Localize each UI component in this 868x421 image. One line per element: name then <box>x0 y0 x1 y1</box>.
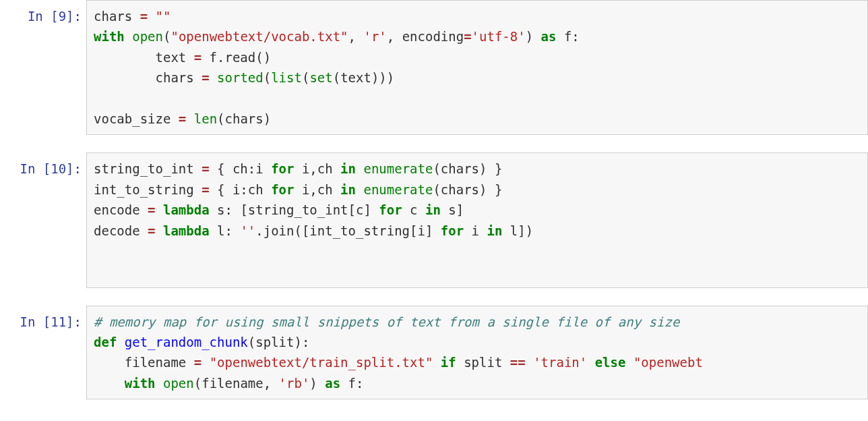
notebook: In [9]:chars = "" with open("openwebtext… <box>0 0 868 399</box>
code-cell[interactable]: In [10]:string_to_int = { ch:i for i,ch … <box>0 152 868 287</box>
code-content[interactable]: chars = "" with open("openwebtext/vocab.… <box>94 6 861 129</box>
cell-prompt: In [9]: <box>0 0 86 135</box>
cell-input-area[interactable]: chars = "" with open("openwebtext/vocab.… <box>86 0 868 135</box>
cell-prompt: In [11]: <box>0 306 86 400</box>
cell-input-area[interactable]: # memory map for using small snippets of… <box>86 306 868 400</box>
cell-input-area[interactable]: string_to_int = { ch:i for i,ch in enume… <box>86 152 868 287</box>
code-content[interactable]: # memory map for using small snippets of… <box>94 312 861 394</box>
cell-prompt: In [10]: <box>0 152 86 287</box>
code-cell[interactable]: In [9]:chars = "" with open("openwebtext… <box>0 0 868 135</box>
code-content[interactable]: string_to_int = { ch:i for i,ch in enume… <box>94 159 861 281</box>
code-cell[interactable]: In [11]:# memory map for using small sni… <box>0 306 868 400</box>
